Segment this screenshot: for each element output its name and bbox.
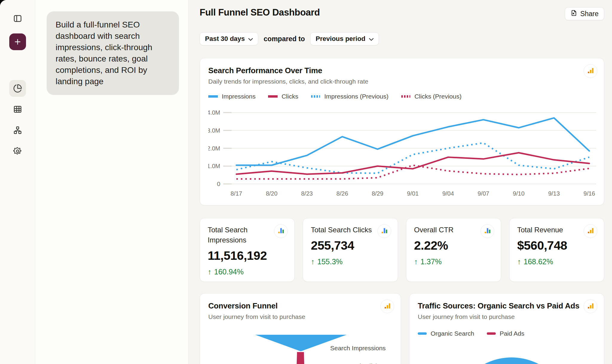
kpi-delta: ↑168.62% [517, 257, 596, 266]
kpi-title: Total Search Impressions [208, 225, 277, 245]
legend-label: Organic Search [431, 330, 474, 337]
legend-label: Impressions (Previous) [324, 93, 388, 100]
date-range-value: Past 30 days [205, 35, 245, 43]
analytics-bars-icon [277, 227, 284, 235]
legend-item-paid: Paid Ads [487, 330, 524, 337]
legend-swatch [268, 95, 278, 98]
plus-icon [13, 38, 22, 46]
sidebar-nav [9, 80, 26, 159]
x-axis-label: 8/20 [266, 190, 278, 197]
analytics-bars-icon [484, 227, 491, 235]
funnel-subtitle: User journey from visit to purchase [208, 313, 392, 320]
legend-label: Impressions [222, 93, 255, 100]
analytics-source-badge [584, 224, 597, 238]
legend-label: Clicks (Previous) [414, 93, 462, 100]
sidebar-item-tables[interactable] [9, 101, 26, 118]
arrow-up-icon: ↑ [517, 257, 521, 266]
sidebar-item-flows[interactable] [9, 122, 26, 139]
page-title: Full Funnel SEO Dashboard [200, 7, 320, 18]
kpi-title: Total Revenue [517, 225, 587, 235]
sidebar [0, 0, 35, 364]
funnel-chart: Search Impressions Search Clicks [208, 325, 393, 364]
sitemap-icon [13, 126, 22, 135]
chart-subtitle: Daily trends for impressions, clicks, an… [208, 78, 596, 85]
analytics-source-badge [584, 64, 597, 78]
legend-swatch [401, 95, 411, 98]
legend-label: Clicks [281, 93, 298, 100]
kpi-delta-value: 160.94% [214, 268, 244, 276]
series-line-impressions[interactable] [236, 118, 589, 165]
app-window: Build a full-funnel SEO dashboard with s… [0, 0, 612, 364]
arrow-up-icon: ↑ [208, 268, 212, 276]
funnel-stage-label: Search Impressions [330, 345, 386, 351]
y-axis-label: 2.0M [208, 145, 220, 152]
arrow-up-icon: ↑ [414, 257, 418, 266]
kpi-delta: ↑160.94% [208, 268, 287, 276]
share-icon [570, 10, 577, 18]
dashboard-main: Full Funnel SEO Dashboard Share Past 30 … [189, 0, 612, 364]
sidebar-item-settings[interactable] [9, 143, 26, 159]
chart-legend: ImpressionsClicksImpressions (Previous)C… [208, 93, 596, 100]
funnel-stage-label: Search Clicks [343, 363, 382, 364]
y-axis-label: 1.0M [208, 163, 220, 169]
compare-period-select[interactable]: Previous period [310, 32, 379, 45]
x-axis-label: 9/07 [478, 190, 489, 197]
legend-item: Clicks (Previous) [401, 93, 462, 100]
search-performance-card: Search Performance Over Time Daily trend… [200, 58, 604, 205]
analytics-bars-icon [384, 302, 391, 311]
legend-item-organic: Organic Search [418, 330, 474, 337]
kpi-value: $560,748 [517, 239, 596, 253]
legend-swatch [487, 332, 496, 335]
main-header: Full Funnel SEO Dashboard Share [200, 7, 604, 20]
prompt-panel: Build a full-funnel SEO dashboard with s… [35, 0, 189, 364]
x-axis-label: 9/04 [442, 190, 454, 197]
analytics-bars-icon [587, 67, 594, 75]
sidebar-item-charts[interactable] [9, 80, 26, 97]
kpi-card-total-search-clicks: Total Search Clicks255,734↑155.3% [303, 218, 398, 282]
y-axis-label: 0 [217, 181, 220, 187]
filter-row: Past 30 days compared to Previous period [200, 32, 604, 45]
conversion-funnel-card: Conversion Funnel User journey from visi… [200, 293, 401, 364]
series-line-clicks[interactable] [236, 153, 589, 174]
arrow-up-icon: ↑ [311, 257, 315, 266]
legend-item: Impressions (Previous) [311, 93, 388, 100]
chart-title: Search Performance Over Time [208, 66, 596, 75]
traffic-title: Traffic Sources: Organic Search vs Paid … [418, 301, 596, 311]
date-range-select[interactable]: Past 30 days [200, 32, 258, 45]
legend-item: Impressions [208, 93, 255, 100]
prompt-bubble: Build a full-funnel SEO dashboard with s… [47, 11, 179, 95]
bottom-row: Conversion Funnel User journey from visi… [200, 293, 604, 364]
x-axis-label: 8/17 [231, 190, 242, 197]
traffic-subtitle: User journey from visit to purchase [418, 313, 596, 320]
kpi-value: 11,516,192 [208, 249, 287, 263]
kpi-card-overall-ctr: Overall CTR2.22%↑1.37% [406, 218, 501, 282]
x-axis-label: 8/26 [336, 190, 348, 197]
analytics-source-badge [481, 224, 494, 238]
analytics-source-badge [377, 224, 391, 238]
x-axis-label: 8/23 [301, 190, 313, 197]
x-axis-label: 9/10 [513, 190, 524, 197]
analytics-source-badge [380, 300, 394, 313]
new-dashboard-button[interactable] [9, 33, 26, 50]
funnel-stage-clicks[interactable] [295, 352, 305, 364]
line-chart: 01.0M2.0M3.0M4.0M8/178/208/238/268/299/0… [208, 100, 596, 199]
share-button[interactable]: Share [565, 7, 604, 20]
x-axis-label: 9/01 [407, 190, 419, 197]
kpi-delta-value: 168.62% [524, 257, 553, 266]
y-axis-label: 3.0M [208, 127, 220, 134]
kpi-value: 255,734 [311, 239, 390, 253]
kpi-value: 2.22% [414, 239, 493, 253]
pie-chart-organic-slice[interactable] [453, 357, 570, 364]
analytics-source-badge [274, 224, 288, 238]
kpi-row: Total Search Impressions11,516,192↑160.9… [200, 218, 604, 282]
x-axis-label: 9/13 [548, 190, 560, 197]
kpi-title: Overall CTR [414, 225, 484, 235]
table-icon [13, 105, 22, 114]
traffic-sources-card: Traffic Sources: Organic Search vs Paid … [409, 293, 604, 364]
y-axis-label: 4.0M [208, 109, 220, 116]
x-axis-label: 8/29 [372, 190, 383, 197]
sidebar-toggle-button[interactable] [10, 11, 25, 26]
chevron-down-icon [248, 35, 253, 43]
legend-item: Clicks [268, 93, 298, 100]
analytics-bars-icon [381, 227, 388, 235]
